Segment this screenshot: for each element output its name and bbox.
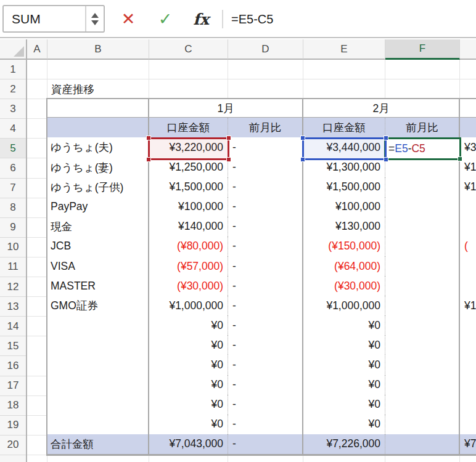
cell-g-clipped[interactable]	[460, 415, 476, 434]
row-header-12[interactable]: 12	[0, 277, 26, 297]
cell-mom-m2[interactable]	[385, 315, 460, 335]
row-header-7[interactable]: 7	[0, 179, 26, 198]
account-label[interactable]: ゆうちょ(夫)	[47, 137, 149, 157]
total-amount-m1[interactable]: ¥7,043,000	[149, 434, 228, 454]
cell-mom-m1[interactable]: -	[228, 157, 303, 177]
column-header-A[interactable]: A	[27, 39, 47, 60]
cell-amount-m1[interactable]: ¥0	[149, 315, 228, 335]
total-label[interactable]: 合計金額	[47, 434, 149, 454]
row-header-18[interactable]: 18	[0, 396, 26, 416]
cell-amount-m2[interactable]: ¥1,300,000	[303, 157, 385, 177]
account-label[interactable]: 現金	[47, 217, 149, 237]
cell-amount-m1[interactable]: ¥140,000	[149, 217, 228, 237]
account-label[interactable]: PayPay	[47, 197, 149, 217]
cell-amount-m1[interactable]: (¥30,000)	[149, 276, 228, 296]
column-header-C[interactable]: C	[149, 39, 228, 60]
cell-g-clipped[interactable]: ¥1	[460, 157, 476, 177]
subheader-mom-m2[interactable]: 前月比	[385, 118, 460, 137]
cell-amount-m2[interactable]: ¥0	[303, 335, 385, 355]
cell-g-clipped[interactable]	[460, 355, 476, 375]
select-all-corner[interactable]	[0, 39, 27, 60]
row-header-13[interactable]: 13	[0, 297, 26, 317]
cell-amount-m1[interactable]: (¥80,000)	[149, 237, 228, 256]
cell-mom-m1[interactable]: -	[228, 335, 303, 355]
confirm-button[interactable]: ✓	[154, 0, 176, 38]
column-header-E[interactable]: E	[303, 39, 385, 60]
cell-mom-m2[interactable]	[385, 276, 460, 296]
formula-input[interactable]: =E5-C5	[231, 0, 474, 38]
cell-g-clipped[interactable]: (	[460, 237, 476, 256]
cell-b4[interactable]	[47, 118, 149, 137]
cell-amount-m2[interactable]: ¥0	[303, 315, 385, 335]
total-g-clipped[interactable]: ¥7	[460, 434, 476, 454]
cell-amount-m1[interactable]: ¥0	[149, 335, 228, 355]
cell-mom-m2[interactable]	[385, 415, 460, 434]
cell-mom-m2[interactable]	[385, 395, 460, 415]
cell-g4[interactable]	[460, 118, 476, 137]
cell-mom-m2[interactable]	[385, 217, 460, 237]
cell-mom-m2[interactable]	[385, 237, 460, 256]
cell-amount-m1[interactable]: ¥3,220,000	[149, 137, 228, 157]
sheet-title[interactable]: 資産推移	[51, 79, 94, 99]
cell-amount-m2[interactable]: ¥0	[303, 415, 385, 434]
cell-g-clipped[interactable]	[460, 335, 476, 355]
column-header-F[interactable]: F	[385, 39, 460, 60]
cell-amount-m2[interactable]: ¥0	[303, 395, 385, 415]
cell-amount-m2[interactable]: ¥1,500,000	[303, 177, 385, 197]
subheader-mom-m1[interactable]: 前月比	[228, 118, 303, 137]
cell-g-clipped[interactable]	[460, 197, 476, 217]
cell-mom-m1[interactable]: -	[228, 315, 303, 335]
cell-g-clipped[interactable]	[460, 256, 476, 276]
account-label[interactable]	[47, 395, 149, 415]
cell-amount-m2[interactable]: (¥150,000)	[303, 237, 385, 256]
account-label[interactable]: JCB	[47, 237, 149, 256]
cell-mom-m1[interactable]: -	[228, 197, 303, 217]
cell-g-clipped[interactable]: ¥1	[460, 177, 476, 197]
cell-mom-m1[interactable]: -	[228, 276, 303, 296]
cell-g-clipped[interactable]: ¥3	[460, 137, 476, 157]
account-label[interactable]: GMO証券	[47, 296, 149, 315]
insert-function-icon[interactable]: fx	[189, 0, 213, 38]
total-mom-m1[interactable]: -	[228, 434, 303, 454]
cell-mom-m2[interactable]	[385, 355, 460, 375]
cell-mom-m2[interactable]	[385, 256, 460, 276]
cell-g-clipped[interactable]	[460, 217, 476, 237]
cell-amount-m2[interactable]: ¥130,000	[303, 217, 385, 237]
cell-g-clipped[interactable]: ¥1	[460, 296, 476, 315]
row-header-16[interactable]: 16	[0, 356, 26, 376]
column-header-D[interactable]: D	[228, 39, 303, 60]
subheader-amount-m2[interactable]: 口座金額	[303, 118, 385, 137]
row-header-4[interactable]: 4	[0, 119, 26, 139]
cell-mom-m1[interactable]: -	[228, 217, 303, 237]
month-header-m2[interactable]: 2月	[303, 99, 460, 118]
row-header-15[interactable]: 15	[0, 336, 26, 356]
row-header-8[interactable]: 8	[0, 198, 26, 218]
account-label[interactable]	[47, 355, 149, 375]
cell-mom-m1[interactable]: -	[228, 137, 303, 157]
column-header-g-partial[interactable]	[460, 39, 476, 60]
cell-amount-m1[interactable]: ¥1,000,000	[149, 296, 228, 315]
cell-amount-m1[interactable]: ¥1,500,000	[149, 177, 228, 197]
cell-mom-m2[interactable]	[385, 375, 460, 395]
cell-amount-m2[interactable]: ¥100,000	[303, 197, 385, 217]
cell-mom-m2[interactable]	[385, 335, 460, 355]
cell-amount-m1[interactable]: ¥0	[149, 375, 228, 395]
name-box-stepper[interactable]	[85, 6, 104, 31]
cell-mom-m2[interactable]	[385, 296, 460, 315]
cell-mom-m2[interactable]	[385, 137, 460, 157]
row-header-2[interactable]: 2	[0, 79, 26, 99]
account-label[interactable]	[47, 375, 149, 395]
account-label[interactable]: MASTER	[47, 276, 149, 296]
cancel-button[interactable]: ✕	[117, 0, 139, 38]
row-header-10[interactable]: 10	[0, 238, 26, 257]
month-header-m1[interactable]: 1月	[149, 99, 303, 118]
cell-mom-m1[interactable]: -	[228, 395, 303, 415]
account-label[interactable]: ゆうちょ(妻)	[47, 157, 149, 177]
cell-mom-m1[interactable]: -	[228, 296, 303, 315]
cell-amount-m2[interactable]: ¥0	[303, 375, 385, 395]
row-header-6[interactable]: 6	[0, 158, 26, 178]
row-header-19[interactable]: 19	[0, 416, 26, 436]
row-header-11[interactable]: 11	[0, 257, 26, 277]
row-header-1[interactable]: 1	[0, 60, 26, 79]
account-label[interactable]: VISA	[47, 256, 149, 276]
